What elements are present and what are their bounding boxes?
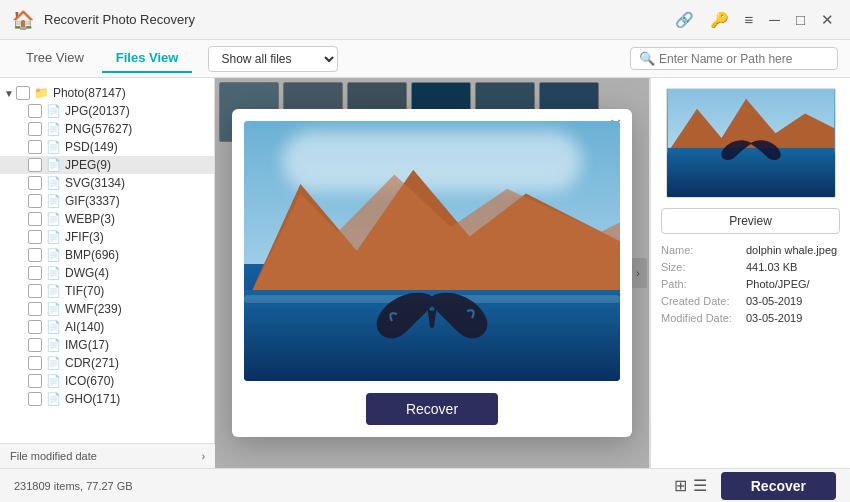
checkbox-webp[interactable] — [28, 212, 42, 226]
checkbox-cdr[interactable] — [28, 356, 42, 370]
main-area: ▼ 📁 Photo(87147) 📄 JPG(20137) 📄 PNG(5762… — [0, 78, 850, 468]
sidebar-item-photo[interactable]: ▼ 📁 Photo(87147) — [0, 84, 214, 102]
svg-rect-4 — [667, 148, 834, 197]
status-text: 231809 items, 77.27 GB — [14, 480, 133, 492]
sidebar-item-jfif[interactable]: 📄 JFIF(3) — [0, 228, 214, 246]
key-icon[interactable]: 🔑 — [706, 9, 733, 31]
folder-icon-psd: 📄 — [46, 140, 61, 154]
minimize-button[interactable]: ─ — [765, 9, 784, 30]
sidebar-item-tif[interactable]: 📄 TIF(70) — [0, 282, 214, 300]
modal-overlay: ✕ — [215, 78, 649, 468]
search-input[interactable] — [659, 52, 829, 66]
meta-path-label: Path: — [661, 278, 746, 290]
sidebar-item-png[interactable]: 📄 PNG(57627) — [0, 120, 214, 138]
maximize-button[interactable]: □ — [792, 9, 809, 30]
folder-icon: 📁 — [34, 86, 49, 100]
chevron-right-icon: › — [202, 451, 205, 462]
meta-modified-label: Modified Date: — [661, 312, 746, 324]
folder-icon-wmf: 📄 — [46, 302, 61, 316]
meta-created-label: Created Date: — [661, 295, 746, 307]
meta-created-value: 03-05-2019 — [746, 295, 802, 307]
folder-icon-tif: 📄 — [46, 284, 61, 298]
folder-icon-ai: 📄 — [46, 320, 61, 334]
tab-tree-view[interactable]: Tree View — [12, 44, 98, 73]
app-title: Recoverit Photo Recovery — [44, 12, 671, 27]
sidebar-item-bmp[interactable]: 📄 BMP(696) — [0, 246, 214, 264]
close-button[interactable]: ✕ — [817, 9, 838, 31]
meta-created-row: Created Date: 03-05-2019 — [661, 295, 840, 307]
checkbox-img[interactable] — [28, 338, 42, 352]
sidebar-label-webp: WEBP(3) — [65, 212, 115, 226]
whale-tail-svg — [372, 266, 492, 356]
sidebar-item-ai[interactable]: 📄 AI(140) — [0, 318, 214, 336]
menu-icon[interactable]: ≡ — [741, 9, 758, 30]
sidebar-item-jpg[interactable]: 📄 JPG(20137) — [0, 102, 214, 120]
tab-files-view[interactable]: Files View — [102, 44, 193, 73]
recover-main-button[interactable]: Recover — [721, 472, 836, 500]
checkbox-ai[interactable] — [28, 320, 42, 334]
expand-arrow: ▼ — [4, 88, 14, 99]
sidebar-label-img: IMG(17) — [65, 338, 109, 352]
checkbox-gho[interactable] — [28, 392, 42, 406]
tabbar: Tree View Files View Show all files Phot… — [0, 40, 850, 78]
preview-thumbnail — [666, 88, 836, 198]
checkbox-jpeg[interactable] — [28, 158, 42, 172]
folder-icon-jpg: 📄 — [46, 104, 61, 118]
file-modified-date[interactable]: File modified date › — [0, 443, 215, 468]
meta-path-row: Path: Photo/JPEG/ — [661, 278, 840, 290]
meta-size-value: 441.03 KB — [746, 261, 797, 273]
modal-image — [244, 121, 620, 381]
window-controls: 🔗 🔑 ≡ ─ □ ✕ — [671, 9, 838, 31]
sidebar-item-gif[interactable]: 📄 GIF(3337) — [0, 192, 214, 210]
sidebar-label-gif: GIF(3337) — [65, 194, 120, 208]
folder-icon-bmp: 📄 — [46, 248, 61, 262]
sidebar-label-bmp: BMP(696) — [65, 248, 119, 262]
search-box[interactable]: 🔍 — [630, 47, 838, 70]
sidebar-item-jpeg[interactable]: 📄 JPEG(9) — [0, 156, 214, 174]
checkbox-jfif[interactable] — [28, 230, 42, 244]
folder-icon-cdr: 📄 — [46, 356, 61, 370]
grid-view-icon[interactable]: ⊞ — [674, 476, 687, 495]
checkbox-ico[interactable] — [28, 374, 42, 388]
sidebar-item-svg[interactable]: 📄 SVG(3134) — [0, 174, 214, 192]
sidebar-item-webp[interactable]: 📄 WEBP(3) — [0, 210, 214, 228]
link-icon[interactable]: 🔗 — [671, 9, 698, 31]
sidebar-item-wmf[interactable]: 📄 WMF(239) — [0, 300, 214, 318]
checkbox-gif[interactable] — [28, 194, 42, 208]
checkbox-png[interactable] — [28, 122, 42, 136]
folder-icon-jfif: 📄 — [46, 230, 61, 244]
sidebar-item-img[interactable]: 📄 IMG(17) — [0, 336, 214, 354]
checkbox-psd[interactable] — [28, 140, 42, 154]
modal-recover-button[interactable]: Recover — [366, 393, 498, 425]
checkbox-jpg[interactable] — [28, 104, 42, 118]
sidebar-item-ico[interactable]: 📄 ICO(670) — [0, 372, 214, 390]
folder-icon-jpeg: 📄 — [46, 158, 61, 172]
folder-icon-gif: 📄 — [46, 194, 61, 208]
checkbox-dwg[interactable] — [28, 266, 42, 280]
meta-path-value: Photo/JPEG/ — [746, 278, 810, 290]
checkbox-tif[interactable] — [28, 284, 42, 298]
sidebar-label-tif: TIF(70) — [65, 284, 104, 298]
folder-icon-png: 📄 — [46, 122, 61, 136]
checkbox-bmp[interactable] — [28, 248, 42, 262]
filter-select[interactable]: Show all files Photos Videos Audio Docum… — [208, 46, 338, 72]
meta-name-row: Name: dolphin whale.jpeg — [661, 244, 840, 256]
folder-icon-img: 📄 — [46, 338, 61, 352]
list-view-icon[interactable]: ☰ — [693, 476, 707, 495]
sidebar-item-gho[interactable]: 📄 GHO(171) — [0, 390, 214, 408]
checkbox-photo[interactable] — [16, 86, 30, 100]
meta-modified-value: 03-05-2019 — [746, 312, 802, 324]
folder-icon-gho: 📄 — [46, 392, 61, 406]
sidebar-label-ico: ICO(670) — [65, 374, 114, 388]
checkbox-svg[interactable] — [28, 176, 42, 190]
file-modified-label: File modified date — [10, 450, 97, 462]
sidebar-label-svg: SVG(3134) — [65, 176, 125, 190]
meta-size-row: Size: 441.03 KB — [661, 261, 840, 273]
bottombar: 231809 items, 77.27 GB ⊞ ☰ Recover — [0, 468, 850, 502]
checkbox-wmf[interactable] — [28, 302, 42, 316]
sidebar-item-cdr[interactable]: 📄 CDR(271) — [0, 354, 214, 372]
sidebar-label-psd: PSD(149) — [65, 140, 118, 154]
sidebar-item-dwg[interactable]: 📄 DWG(4) — [0, 264, 214, 282]
sidebar-item-psd[interactable]: 📄 PSD(149) — [0, 138, 214, 156]
preview-button[interactable]: Preview — [661, 208, 840, 234]
